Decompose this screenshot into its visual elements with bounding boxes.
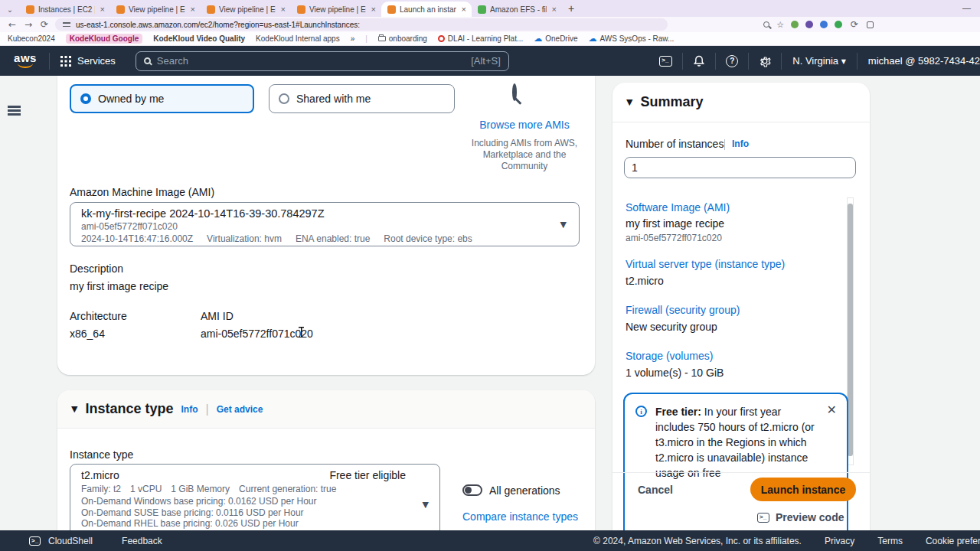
bookmark-item[interactable]: KodeKloud Internal apps	[256, 34, 340, 43]
extensions-puzzle-icon[interactable]	[867, 21, 874, 28]
browser-tab-active[interactable]: Launch an instance | EC2 | us-... ×	[381, 2, 472, 17]
browser-tab[interactable]: View pipeline | EC2 Image Buil... ×	[110, 2, 201, 17]
instance-type-header: ▼ Instance type Info | Get advice	[57, 390, 595, 429]
tab-close-icon[interactable]: ×	[189, 5, 197, 14]
url-text: us-east-1.console.aws.amazon.com/ec2/hom…	[76, 21, 360, 29]
radio-owned-by-me[interactable]: Owned by me	[70, 84, 254, 113]
all-generations-toggle[interactable]	[462, 484, 482, 496]
tab-close-icon[interactable]: ×	[550, 5, 558, 14]
get-advice-link[interactable]: Get advice	[217, 404, 263, 415]
browser-tab-strip: ⌄ Instances | EC2 | us-east-2 × View pip…	[0, 0, 980, 17]
terms-link[interactable]: Terms	[877, 536, 903, 546]
new-tab-button[interactable]: +	[562, 2, 580, 17]
tab-close-icon[interactable]: ×	[99, 5, 106, 14]
extension-icon[interactable]	[820, 21, 828, 28]
browser-tab[interactable]: View pipeline | EC2 Image Buil... ×	[201, 2, 291, 17]
help-button[interactable]: ?	[716, 55, 748, 67]
ami-id-label: AMI ID	[201, 310, 234, 322]
cloudshell-footer-button[interactable]: CloudShell	[29, 536, 93, 546]
ec2-favicon	[207, 5, 215, 14]
summary-section-label[interactable]: Firewall (security group)	[626, 304, 740, 316]
summary-section-label[interactable]: Storage (volumes)	[626, 350, 713, 362]
tab-close-icon[interactable]: ×	[460, 5, 468, 14]
instance-type-value: t2.micro	[81, 469, 119, 481]
cookie-preferences-link[interactable]: Cookie preferences	[926, 536, 980, 546]
bookmark-item[interactable]: onboarding	[378, 34, 427, 43]
browser-tab[interactable]: Amazon EFS - file systems list ×	[472, 2, 562, 17]
compare-instance-types-link[interactable]: Compare instance types	[462, 510, 578, 523]
ami-select[interactable]: kk-my-first-recipe 2024-10-14T16-39-30.7…	[70, 202, 580, 246]
sync-icon[interactable]: ⟳	[849, 20, 860, 29]
close-icon[interactable]: ✕	[827, 403, 837, 417]
cloudshell-button[interactable]	[649, 56, 682, 67]
bookmark-item[interactable]: KodeKloud Video Quality	[153, 34, 245, 43]
scrollbar-thumb[interactable]	[848, 204, 853, 456]
number-of-instances-input[interactable]	[624, 157, 856, 178]
info-link[interactable]: Info	[181, 404, 198, 415]
ec2-favicon	[297, 5, 305, 14]
number-of-instances-label: Number of instances	[626, 138, 724, 150]
tab-title: View pipeline | EC2 Image Buil...	[129, 5, 185, 14]
bookmarks-overflow-chevron[interactable]: »	[351, 34, 355, 43]
chevron-down-icon: ▼	[423, 500, 429, 510]
folder-icon	[378, 36, 386, 41]
efs-favicon	[478, 5, 486, 14]
all-generations-label: All generations	[489, 484, 560, 497]
browser-tab[interactable]: View pipeline | EC2 Image Buil... ×	[291, 2, 381, 17]
radio-shared-with-me[interactable]: Shared with me	[269, 84, 455, 113]
bookmark-item[interactable]: Kubecon2024	[8, 34, 55, 43]
browser-tab[interactable]: Instances | EC2 | us-east-2 ×	[20, 2, 110, 17]
bookmark-item[interactable]: DLAI - Learning Plat...	[438, 34, 523, 43]
reload-icon[interactable]: ⟳	[39, 20, 50, 29]
browse-more-amis-link[interactable]: Browse more AMIs	[448, 119, 601, 131]
summary-section-label[interactable]: Software Image (AMI)	[626, 201, 730, 214]
tab-search-chevron-icon[interactable]: ⌄	[0, 5, 20, 17]
account-menu[interactable]: michael @ 5982-7434-42	[858, 55, 980, 67]
settings-button[interactable]	[749, 55, 781, 67]
bookmark-item[interactable]: KodeKloud Google	[66, 34, 143, 44]
bookmarks-separator: |	[365, 34, 368, 43]
notifications-button[interactable]	[683, 55, 715, 67]
terminal-icon	[659, 56, 672, 67]
extension-icon[interactable]	[805, 21, 813, 28]
ami-meta: 2024-10-14T16:47:16.000Z Virtualization:…	[81, 233, 568, 244]
preview-code-button[interactable]: Preview code	[757, 511, 844, 523]
aws-logo[interactable]: aws	[12, 54, 38, 68]
summary-section-value: t2.micro	[626, 275, 664, 287]
tab-title: Instances | EC2 | us-east-2	[38, 5, 95, 14]
extension-icon[interactable]	[791, 21, 799, 28]
tab-title: View pipeline | EC2 Image Buil...	[309, 5, 366, 14]
privacy-link[interactable]: Privacy	[825, 536, 854, 546]
bookmark-item[interactable]: ☁OneDrive	[534, 34, 577, 43]
services-menu[interactable]: Services	[60, 55, 116, 67]
section-collapse-icon[interactable]: ▼	[626, 97, 632, 107]
ami-select-label: Amazon Machine Image (AMI)	[70, 186, 214, 198]
region-selector[interactable]: N. Virginia ▼	[782, 55, 857, 67]
side-nav-hamburger-icon[interactable]	[8, 106, 21, 108]
search-input[interactable]	[157, 55, 465, 67]
tab-title: Amazon EFS - file systems list	[490, 5, 547, 14]
address-bar[interactable]: us-east-1.console.aws.amazon.com/ec2/hom…	[55, 18, 668, 31]
search-tabs-icon[interactable]	[763, 21, 769, 28]
browser-toolbar: ← → ⟳ us-east-1.console.aws.amazon.com/e…	[0, 17, 980, 32]
section-collapse-icon[interactable]: ▼	[71, 404, 77, 414]
footer-links: © 2024, Amazon Web Services, Inc. or its…	[593, 536, 980, 546]
back-icon[interactable]: ←	[7, 20, 18, 29]
summary-header: ▼ Summary	[612, 83, 870, 122]
bookmark-star-icon[interactable]: ☆	[776, 21, 784, 29]
cancel-button[interactable]: Cancel	[638, 484, 673, 496]
forward-icon[interactable]: →	[23, 20, 34, 29]
feedback-link[interactable]: Feedback	[122, 536, 162, 546]
ec2-favicon	[387, 5, 396, 14]
window-minimize-icon[interactable]: —	[962, 3, 980, 17]
tab-close-icon[interactable]: ×	[279, 5, 287, 14]
info-link[interactable]: Info	[732, 139, 749, 149]
summary-section-label[interactable]: Virtual server type (instance type)	[626, 258, 785, 270]
instance-type-label: Instance type	[70, 448, 133, 461]
aws-search-box[interactable]: [Alt+S]	[136, 51, 509, 71]
launch-instance-button[interactable]: Launch instance	[750, 478, 856, 501]
extension-icon[interactable]	[835, 21, 842, 28]
site-settings-icon[interactable]	[63, 21, 70, 28]
bookmark-item[interactable]: ☁AWS SysOps - Raw...	[589, 34, 675, 43]
tab-close-icon[interactable]: ×	[370, 5, 377, 14]
